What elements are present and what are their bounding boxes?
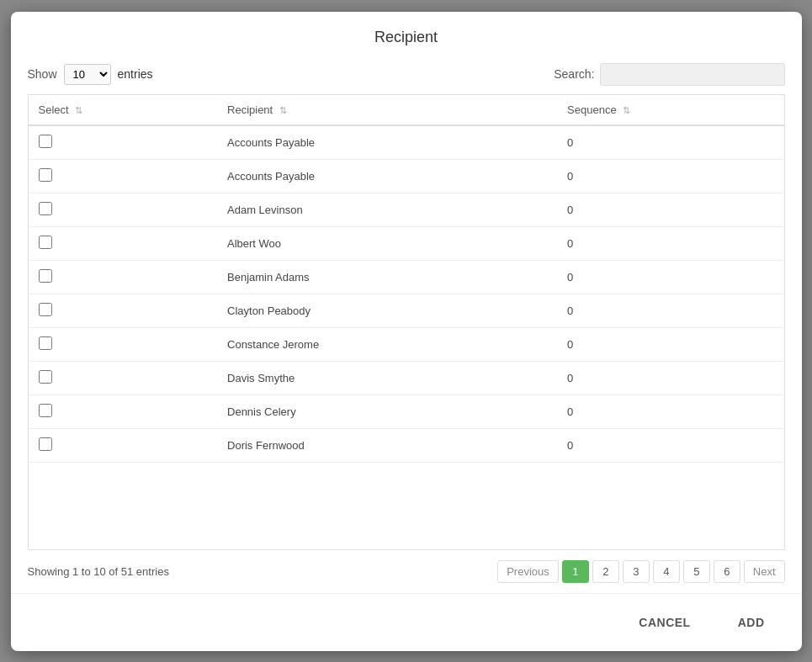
row-recipient-cell: Albert Woo bbox=[217, 226, 557, 260]
row-recipient-cell: Accounts Payable bbox=[217, 125, 557, 160]
search-box: Search: bbox=[554, 63, 784, 86]
row-checkbox-6[interactable] bbox=[39, 336, 52, 350]
table-row: Constance Jerome0 bbox=[29, 327, 784, 361]
row-sequence-cell: 0 bbox=[557, 327, 783, 361]
previous-button[interactable]: Previous bbox=[497, 560, 559, 583]
row-sequence-cell: 0 bbox=[557, 260, 783, 294]
row-recipient-cell: Constance Jerome bbox=[217, 327, 557, 361]
entries-label: entries bbox=[118, 67, 153, 81]
page-2-button[interactable]: 2 bbox=[592, 560, 619, 583]
recipient-sort-icon[interactable]: ⇅ bbox=[279, 105, 287, 116]
row-select-cell bbox=[29, 125, 218, 160]
row-checkbox-3[interactable] bbox=[39, 236, 52, 249]
row-sequence-cell: 0 bbox=[557, 294, 783, 327]
row-select-cell bbox=[29, 361, 218, 395]
select-column-header: Select ⇅ bbox=[29, 95, 218, 125]
table-row: Clayton Peabody0 bbox=[29, 294, 784, 327]
row-sequence-cell: 0 bbox=[557, 428, 783, 462]
showing-info: Showing 1 to 10 of 51 entries bbox=[28, 565, 169, 578]
row-sequence-cell: 0 bbox=[557, 395, 783, 428]
sequence-column-header: Sequence ⇅ bbox=[557, 95, 783, 125]
recipient-table: Select ⇅ Recipient ⇅ Sequence ⇅ bbox=[29, 95, 784, 463]
row-recipient-cell: Accounts Payable bbox=[217, 159, 557, 193]
row-select-cell bbox=[29, 428, 218, 462]
page-6-button[interactable]: 6 bbox=[714, 560, 740, 583]
row-recipient-cell: Benjamin Adams bbox=[217, 260, 557, 294]
row-select-cell bbox=[29, 226, 218, 260]
pagination-controls: Previous 1 2 3 4 5 6 Next bbox=[497, 560, 784, 583]
table-row: Doris Fernwood0 bbox=[29, 428, 784, 462]
recipient-column-header: Recipient ⇅ bbox=[217, 95, 557, 125]
show-entries-container: Show 10 25 50 100 entries bbox=[28, 64, 153, 85]
select-sort-icon[interactable]: ⇅ bbox=[75, 105, 82, 116]
row-sequence-cell: 0 bbox=[557, 226, 783, 260]
row-select-cell bbox=[29, 327, 218, 361]
sequence-sort-icon[interactable]: ⇅ bbox=[623, 105, 630, 116]
show-label: Show bbox=[28, 67, 57, 81]
search-label: Search: bbox=[554, 67, 594, 81]
row-checkbox-8[interactable] bbox=[39, 404, 52, 417]
row-recipient-cell: Adam Levinson bbox=[217, 193, 557, 226]
table-body: Accounts Payable0Accounts Payable0Adam L… bbox=[29, 125, 784, 463]
table-header-row: Select ⇅ Recipient ⇅ Sequence ⇅ bbox=[29, 95, 784, 125]
row-checkbox-2[interactable] bbox=[39, 202, 52, 215]
table-row: Benjamin Adams0 bbox=[29, 260, 784, 294]
row-select-cell bbox=[29, 193, 218, 226]
row-recipient-cell: Doris Fernwood bbox=[217, 428, 557, 462]
row-sequence-cell: 0 bbox=[557, 361, 783, 395]
row-checkbox-0[interactable] bbox=[39, 135, 52, 148]
row-recipient-cell: Clayton Peabody bbox=[217, 294, 557, 327]
row-select-cell bbox=[29, 294, 218, 327]
add-button[interactable]: ADD bbox=[721, 607, 782, 638]
row-sequence-cell: 0 bbox=[557, 193, 783, 226]
page-5-button[interactable]: 5 bbox=[683, 560, 710, 583]
row-sequence-cell: 0 bbox=[557, 159, 783, 193]
row-checkbox-4[interactable] bbox=[39, 269, 52, 283]
row-checkbox-9[interactable] bbox=[39, 437, 52, 451]
table-container: Select ⇅ Recipient ⇅ Sequence ⇅ bbox=[28, 94, 785, 550]
row-sequence-cell: 0 bbox=[557, 125, 783, 160]
row-recipient-cell: Davis Smythe bbox=[217, 361, 557, 395]
cancel-button[interactable]: CANCEL bbox=[622, 607, 707, 638]
table-row: Albert Woo0 bbox=[29, 226, 784, 260]
pagination-row: Showing 1 to 10 of 51 entries Previous 1… bbox=[28, 550, 785, 593]
page-3-button[interactable]: 3 bbox=[623, 560, 650, 583]
table-row: Accounts Payable0 bbox=[29, 125, 784, 160]
modal-footer: CANCEL ADD bbox=[11, 593, 802, 651]
row-recipient-cell: Dennis Celery bbox=[217, 395, 557, 428]
row-checkbox-5[interactable] bbox=[39, 303, 52, 316]
row-select-cell bbox=[29, 395, 218, 428]
entries-select[interactable]: 10 25 50 100 bbox=[64, 64, 111, 85]
table-row: Adam Levinson0 bbox=[29, 193, 784, 226]
row-checkbox-1[interactable] bbox=[39, 168, 52, 182]
page-1-button[interactable]: 1 bbox=[562, 560, 589, 583]
table-row: Davis Smythe0 bbox=[29, 361, 784, 395]
row-select-cell bbox=[29, 260, 218, 294]
modal-title: Recipient bbox=[11, 12, 802, 55]
table-controls: Show 10 25 50 100 entries Search: bbox=[28, 55, 785, 94]
search-input[interactable] bbox=[600, 63, 785, 86]
modal-body: Show 10 25 50 100 entries Search: bbox=[11, 55, 802, 593]
page-4-button[interactable]: 4 bbox=[653, 560, 680, 583]
table-row: Dennis Celery0 bbox=[29, 395, 784, 428]
recipient-modal: Recipient Show 10 25 50 100 entries Sear… bbox=[11, 12, 802, 651]
table-row: Accounts Payable0 bbox=[29, 159, 784, 193]
row-select-cell bbox=[29, 159, 218, 193]
row-checkbox-7[interactable] bbox=[39, 370, 52, 384]
next-button[interactable]: Next bbox=[744, 560, 785, 583]
